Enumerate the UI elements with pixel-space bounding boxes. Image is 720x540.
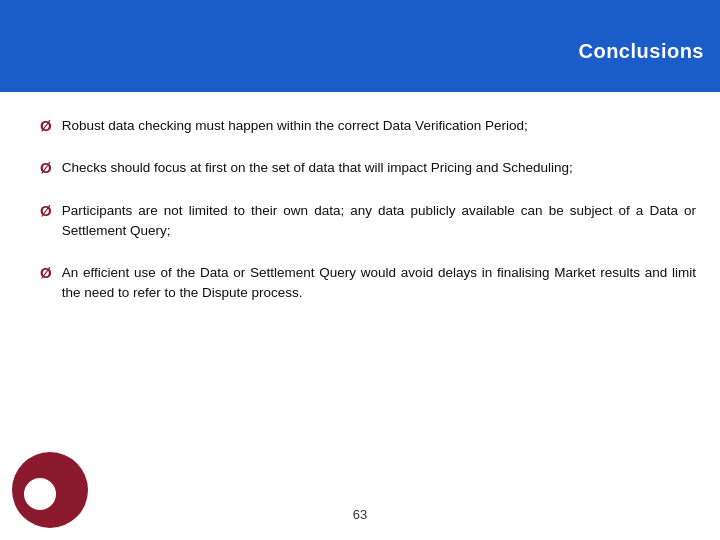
bullet-arrow-4: Ø xyxy=(40,264,52,281)
bullet-arrow-3: Ø xyxy=(40,202,52,219)
list-item: Ø Robust data checking must happen withi… xyxy=(40,116,696,136)
bullet-text-3: Participants are not limited to their ow… xyxy=(62,201,696,242)
logo-circle xyxy=(10,450,90,530)
content-area: Ø Robust data checking must happen withi… xyxy=(0,92,720,540)
slide: Conclusions Ø Robust data checking must … xyxy=(0,0,720,540)
bullet-text-1: Robust data checking must happen within … xyxy=(62,116,528,136)
page-number: 63 xyxy=(353,507,367,522)
list-item: Ø Checks should focus at first on the se… xyxy=(40,158,696,178)
bullet-list: Ø Robust data checking must happen withi… xyxy=(40,116,696,326)
bullet-text-4: An efficient use of the Data or Settleme… xyxy=(62,263,696,304)
list-item: Ø Participants are not limited to their … xyxy=(40,201,696,242)
bullet-arrow-1: Ø xyxy=(40,117,52,134)
slide-title: Conclusions xyxy=(578,40,704,63)
bullet-arrow-2: Ø xyxy=(40,159,52,176)
svg-point-1 xyxy=(24,478,56,510)
list-item: Ø An efficient use of the Data or Settle… xyxy=(40,263,696,304)
bullet-text-2: Checks should focus at first on the set … xyxy=(62,158,573,178)
